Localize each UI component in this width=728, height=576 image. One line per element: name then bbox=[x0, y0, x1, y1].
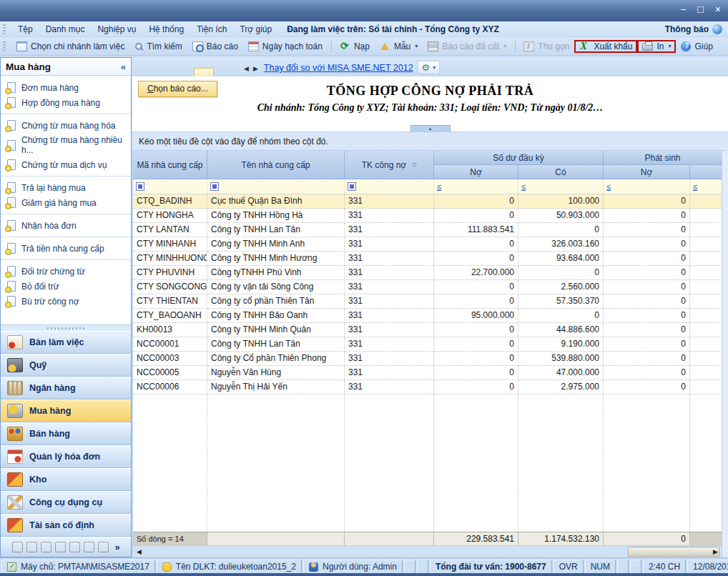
sidebar-nav-button[interactable]: Bàn làm việc bbox=[1, 331, 131, 354]
close-icon[interactable]: × bbox=[715, 4, 721, 15]
horizontal-scrollbar[interactable]: ◀ ▶ bbox=[133, 545, 722, 557]
table-row[interactable]: CTY THIENTAN Công ty cổ phần Thiên Tân 3… bbox=[133, 294, 722, 309]
maximize-icon[interactable]: □ bbox=[697, 4, 703, 15]
scroll-right-icon[interactable]: ▶ bbox=[709, 546, 722, 557]
sidebar-item[interactable]: Đối trừ chứng từ bbox=[1, 264, 131, 279]
stock-icon bbox=[7, 472, 23, 487]
toolbar-button[interactable]: In ▾ bbox=[637, 40, 676, 53]
sidebar-item[interactable]: Trả tiền nhà cung cấp bbox=[1, 241, 131, 260]
panel-collapse-handle[interactable]: ▲ bbox=[410, 125, 451, 131]
more-chevron-icon[interactable]: » bbox=[115, 542, 120, 552]
vertical-scrollbar-track[interactable] bbox=[722, 151, 728, 557]
group-by-bar[interactable]: Kéo một tiêu đề cột vào đây để nhóm theo… bbox=[132, 131, 728, 151]
table-row[interactable]: CTQ_BADINH Cục thuế Quận Ba Đình 331 0 1… bbox=[133, 194, 722, 209]
tab-next-icon[interactable]: ▶ bbox=[252, 65, 260, 72]
menu-item[interactable]: Trợ giúp bbox=[233, 24, 278, 34]
column-header-partial[interactable] bbox=[690, 165, 722, 179]
sidebar-item[interactable]: Nhận hóa đơn bbox=[1, 218, 131, 237]
column-header-open-debit[interactable]: Nợ bbox=[434, 165, 518, 179]
table-row[interactable]: NCC00003 Công ty Cổ phần Thiên Phong 331… bbox=[133, 352, 722, 366]
filter-operator[interactable]: ≤ bbox=[693, 182, 697, 191]
document-icon bbox=[7, 266, 16, 277]
sidebar-item[interactable]: Trả lại hàng mua bbox=[1, 180, 131, 195]
tab[interactable] bbox=[214, 69, 232, 76]
table-row[interactable]: CTY PHUVINH Công tyTNHH Phú Vinh 331 22.… bbox=[133, 266, 722, 280]
scrollbar-thumb[interactable] bbox=[628, 547, 719, 557]
column-header-name[interactable]: Tên nhà cung cấp bbox=[207, 151, 345, 179]
table-row[interactable]: CTY MINHHUONG Công ty TNHH Minh Hương 33… bbox=[133, 252, 722, 266]
supplier-code-cell: CTY LANTAN bbox=[133, 223, 207, 237]
table-row[interactable]: CTY LANTAN Công ty TNHH Lan Tân 331 111.… bbox=[133, 223, 722, 237]
toolbar-button[interactable]: Chọn chi nhánh làm việc bbox=[11, 40, 129, 53]
sidebar-nav-button[interactable]: Quản lý hóa đơn bbox=[1, 445, 131, 468]
notification-area[interactable]: Thông báo bbox=[665, 24, 722, 34]
select-report-button[interactable]: Chọn báo cáo... bbox=[138, 81, 217, 97]
whats-new-link[interactable]: Thay đổi so với MISA SME.NET 2012 bbox=[264, 63, 413, 73]
table-row[interactable]: NCC00006 Nguyễn Thị Hải Yến 331 0 2.975.… bbox=[133, 380, 722, 394]
collapse-left-icon[interactable]: « bbox=[121, 61, 126, 72]
toolbar-button[interactable]: Báo cáo đã cất ▾ bbox=[423, 40, 511, 53]
table-row[interactable]: CTY MINHANH Công ty TNHH Minh Anh 331 0 … bbox=[133, 237, 722, 252]
toolbar-button[interactable]: Mẫu ▾ bbox=[375, 40, 423, 53]
table-row[interactable]: CTY_BAOOANH Công ty TNHH Bảo Oanh 331 95… bbox=[133, 309, 722, 323]
sidebar-nav-button[interactable]: Mua hàng bbox=[1, 399, 131, 422]
filter-checkbox-icon[interactable] bbox=[210, 182, 219, 191]
filter-operator[interactable]: ≤ bbox=[606, 182, 611, 191]
column-group-arising[interactable]: Phát sinh bbox=[604, 151, 722, 165]
table-row[interactable]: NCC00001 Công ty TNHH Lan Tân 331 0 9.19… bbox=[133, 337, 722, 352]
menu-item[interactable]: Danh mục bbox=[39, 24, 92, 34]
sidebar-item-label: Bù trừ công nợ bbox=[21, 297, 79, 307]
sidebar-nav-button[interactable]: Bán hàng bbox=[1, 422, 131, 445]
tab[interactable] bbox=[157, 69, 175, 76]
sidebar-item[interactable]: Giảm giá hàng mua bbox=[1, 195, 131, 214]
menu-item[interactable]: Tệp bbox=[11, 24, 39, 34]
table-row[interactable]: CTY SONGCONG Công ty vận tải Sông Công 3… bbox=[133, 280, 722, 294]
supplier-code-cell: NCC00006 bbox=[133, 380, 207, 394]
menu-item[interactable]: Tiện ích bbox=[190, 24, 233, 34]
column-header-open-credit[interactable]: Có bbox=[518, 165, 604, 179]
toolbar-button[interactable]: Giúp bbox=[676, 40, 717, 53]
column-header-code[interactable]: Mã nhà cung cấp bbox=[133, 151, 207, 179]
sidebar-item[interactable]: Hợp đồng mua hàng bbox=[1, 95, 131, 114]
table-row[interactable]: NCC00005 Nguyễn Văn Hùng 331 0 47.000.00… bbox=[133, 366, 722, 380]
column-header-account[interactable]: TK công nợ ▽ bbox=[345, 151, 434, 179]
toolbar-button[interactable]: Tìm kiếm bbox=[129, 40, 187, 53]
status-bar: Máy chủ: PMTAM\MISASME2017 Tên DLKT: dul… bbox=[0, 557, 728, 576]
menu-item[interactable]: Hệ thống bbox=[142, 24, 190, 34]
sidebar-item[interactable]: Chứng từ mua hàng hóa bbox=[1, 118, 131, 133]
settings-dropdown[interactable]: ⚙ ▾ bbox=[418, 61, 441, 74]
sidebar-item[interactable]: Chứng từ mua dịch vụ bbox=[1, 157, 131, 177]
menu-item[interactable]: Nghiệp vụ bbox=[91, 24, 142, 34]
sidebar-item[interactable]: Đơn mua hàng bbox=[1, 80, 131, 95]
tab[interactable] bbox=[175, 69, 194, 76]
column-header-arise-debit[interactable]: Nợ bbox=[604, 165, 690, 179]
sort-icon: ▽ bbox=[412, 162, 416, 168]
toolbar-button[interactable]: Ngày hạch toán bbox=[243, 40, 328, 53]
partial-cell bbox=[690, 352, 722, 366]
sidebar-nav-button[interactable]: Kho bbox=[1, 468, 131, 491]
sidebar-item[interactable]: Bù trừ công nợ bbox=[1, 294, 131, 309]
sidebar-nav-button[interactable]: Tài sản cố định bbox=[1, 514, 131, 537]
toolbar-button[interactable]: Nạp bbox=[331, 40, 375, 53]
tab-prev-icon[interactable]: ◀ bbox=[242, 65, 250, 72]
filter-operator[interactable]: ≤ bbox=[521, 182, 526, 191]
toolbar-button[interactable]: Thu gọn bbox=[515, 40, 574, 53]
tab[interactable] bbox=[194, 68, 214, 76]
toolbar-button[interactable]: Báo cáo bbox=[187, 40, 243, 53]
sidebar-nav-button[interactable]: Ngân hàng bbox=[1, 377, 131, 399]
sidebar-nav-button[interactable]: Quỹ bbox=[1, 354, 131, 377]
sidebar-nav-button[interactable]: Công cụ dụng cụ bbox=[1, 491, 131, 514]
column-group-opening[interactable]: Số dư đầu kỳ bbox=[434, 151, 604, 165]
table-row[interactable]: CTY HONGHA Công ty TNHH Hồng Hà 331 0 50… bbox=[133, 209, 722, 223]
filter-checkbox-icon[interactable] bbox=[136, 182, 144, 191]
scroll-left-icon[interactable]: ◀ bbox=[133, 546, 145, 557]
sidebar-splitter[interactable] bbox=[1, 324, 131, 331]
tab[interactable] bbox=[138, 69, 157, 76]
filter-operator[interactable]: ≤ bbox=[437, 182, 441, 191]
minimize-icon[interactable]: − bbox=[680, 4, 686, 15]
toolbar-button[interactable]: Xuất khẩu bbox=[574, 40, 637, 53]
table-row[interactable]: KH00013 Công ty TNHH Minh Quân 331 0 44.… bbox=[133, 323, 722, 337]
sidebar-item[interactable]: Bỏ đối trừ bbox=[1, 279, 131, 294]
sidebar-item[interactable]: Chứng từ mua hàng nhiều h... bbox=[1, 133, 131, 157]
filter-checkbox-icon[interactable] bbox=[348, 182, 356, 191]
